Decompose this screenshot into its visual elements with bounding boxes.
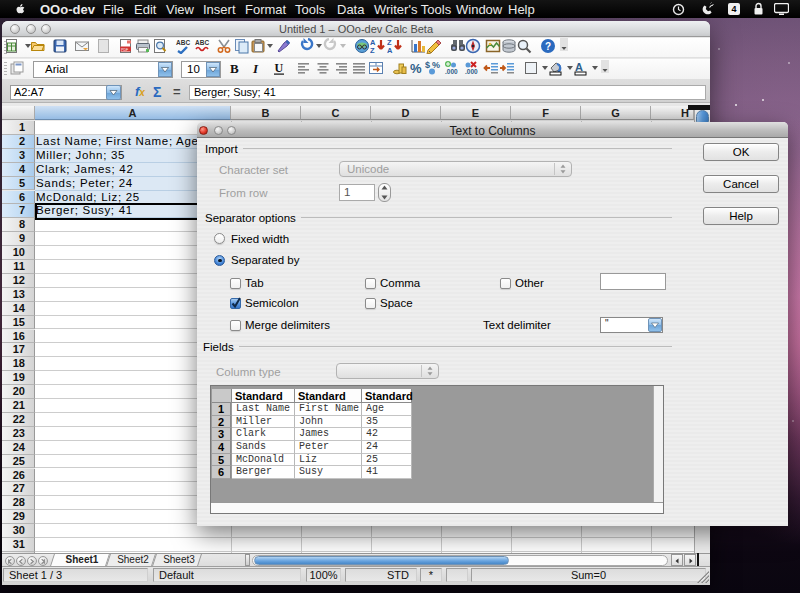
svg-text:%: % bbox=[432, 60, 440, 70]
svg-text:ABC: ABC bbox=[176, 39, 190, 46]
svg-text:U: U bbox=[275, 61, 284, 75]
svg-text:.000: .000 bbox=[465, 68, 478, 75]
svg-text:ABC: ABC bbox=[195, 39, 209, 46]
svg-text:%: % bbox=[410, 61, 422, 76]
svg-text:B: B bbox=[230, 61, 239, 76]
svg-text:$: $ bbox=[425, 60, 430, 70]
svg-text:Z: Z bbox=[370, 46, 375, 54]
svg-text:?: ? bbox=[545, 41, 551, 52]
svg-text:PDF: PDF bbox=[121, 48, 129, 52]
svg-text:A: A bbox=[387, 46, 393, 54]
svg-text:A: A bbox=[575, 61, 583, 73]
svg-text:.000: .000 bbox=[445, 68, 458, 75]
svg-text:I: I bbox=[252, 61, 259, 76]
